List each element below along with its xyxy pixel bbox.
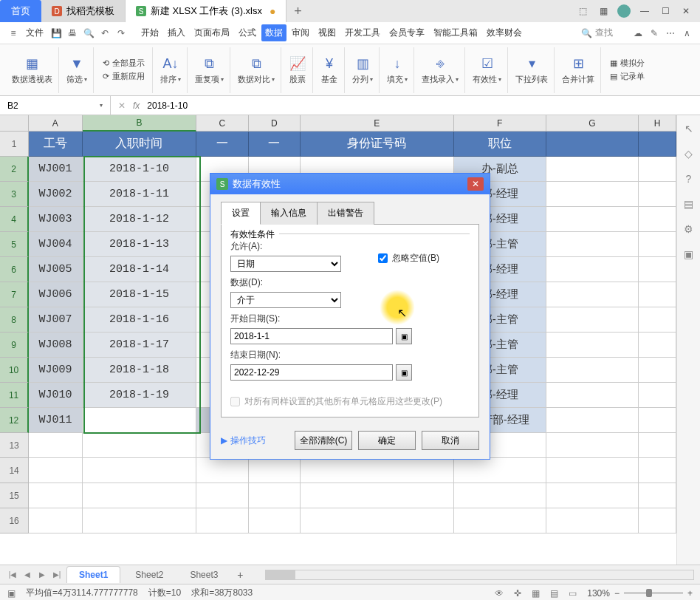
cell[interactable] bbox=[639, 182, 676, 207]
cell[interactable] bbox=[546, 132, 639, 157]
redo-icon[interactable]: ↷ bbox=[114, 26, 128, 41]
menu-view[interactable]: 视图 bbox=[315, 24, 340, 41]
cell[interactable] bbox=[639, 333, 676, 358]
preview-icon[interactable]: 🔍 bbox=[81, 26, 96, 41]
row-header[interactable]: 6 bbox=[0, 257, 29, 282]
fx-icon[interactable]: fx bbox=[133, 100, 140, 111]
toolbox-icon[interactable]: ▤ bbox=[682, 197, 696, 211]
cell[interactable] bbox=[639, 132, 676, 157]
cell[interactable]: 2018-1-18 bbox=[83, 358, 197, 383]
status-mode-icon[interactable]: ▣ bbox=[7, 588, 16, 599]
print-icon[interactable]: 🖶 bbox=[65, 26, 80, 41]
cloud-icon[interactable]: ☁ bbox=[631, 26, 645, 41]
clear-all-button[interactable]: 全部清除(C) bbox=[295, 431, 352, 450]
cell[interactable] bbox=[546, 182, 639, 207]
ribbon-duplicates[interactable]: ⧉ 重复项▾ bbox=[189, 47, 230, 93]
ribbon-stock[interactable]: 📈 股票 bbox=[283, 47, 313, 93]
apply-all-checkbox[interactable]: 对所有同样设置的其他所有单元格应用这些更改(P) bbox=[230, 395, 470, 408]
hamburger-icon[interactable]: ≡ bbox=[6, 26, 21, 41]
menu-review[interactable]: 审阅 bbox=[288, 24, 313, 41]
save-icon[interactable]: 💾 bbox=[49, 26, 64, 41]
search-box[interactable]: 🔍 查找 bbox=[581, 27, 613, 39]
operation-tips-link[interactable]: ▶ 操作技巧 bbox=[221, 434, 266, 447]
help-icon[interactable]: ? bbox=[682, 171, 696, 186]
cell[interactable]: ⼀ bbox=[249, 132, 301, 157]
sheet-next-icon[interactable]: ▶ bbox=[35, 568, 49, 582]
apps-icon[interactable]: ▦ bbox=[597, 4, 610, 18]
ribbon-validity[interactable]: ☑ 有效性▾ bbox=[467, 47, 508, 93]
row-header[interactable]: 8 bbox=[0, 307, 29, 333]
cell[interactable] bbox=[196, 483, 248, 508]
cell[interactable] bbox=[83, 433, 197, 458]
cell[interactable] bbox=[639, 307, 676, 333]
cancel-button[interactable]: 取消 bbox=[422, 431, 479, 450]
cell[interactable]: 2018-1-11 bbox=[83, 182, 197, 207]
menu-data[interactable]: 数据 bbox=[261, 24, 286, 41]
cell[interactable]: WJ003 bbox=[29, 207, 82, 232]
col-header-C[interactable]: C bbox=[196, 115, 248, 132]
layout-icon[interactable]: ⬚ bbox=[576, 4, 589, 18]
cell[interactable]: WJ004 bbox=[29, 232, 82, 257]
cell[interactable] bbox=[454, 458, 546, 483]
name-box[interactable]: B2 ▾ bbox=[0, 96, 111, 115]
cell[interactable] bbox=[546, 483, 639, 508]
cell[interactable]: WJ008 bbox=[29, 333, 82, 358]
menu-pagelayout[interactable]: 页面布局 bbox=[191, 24, 233, 41]
share-icon[interactable]: ✎ bbox=[647, 26, 662, 41]
cell[interactable]: 2018-1-12 bbox=[83, 207, 197, 232]
allow-select[interactable]: 日期 bbox=[230, 256, 341, 272]
col-header-B[interactable]: B bbox=[83, 115, 197, 132]
cell[interactable] bbox=[639, 458, 676, 483]
sheet-tab-2[interactable]: Sheet2 bbox=[123, 567, 175, 583]
cell[interactable] bbox=[546, 307, 639, 333]
cell[interactable] bbox=[546, 358, 639, 383]
cell[interactable]: 入职时间 bbox=[83, 132, 197, 157]
row-header[interactable]: 5 bbox=[0, 232, 29, 257]
cell[interactable] bbox=[546, 232, 639, 257]
dialog-close-button[interactable]: ✕ bbox=[467, 177, 484, 191]
record-sheet-button[interactable]: ▤记录单 bbox=[608, 70, 646, 83]
cell[interactable] bbox=[639, 232, 676, 257]
cell[interactable]: ⼀ bbox=[196, 132, 248, 157]
ignore-blank-input[interactable] bbox=[378, 253, 388, 263]
col-header-F[interactable]: F bbox=[454, 115, 546, 132]
cell[interactable]: 职位 bbox=[454, 132, 546, 157]
new-tab-button[interactable]: + bbox=[286, 0, 309, 22]
cell[interactable] bbox=[29, 483, 82, 508]
cell[interactable]: 身份证号码 bbox=[301, 132, 453, 157]
ribbon-pivot[interactable]: ▦ 数据透视表 bbox=[6, 47, 59, 93]
user-avatar[interactable] bbox=[617, 4, 631, 18]
cell[interactable]: 2018-1-10 bbox=[83, 157, 197, 182]
cell[interactable] bbox=[639, 282, 676, 307]
cell[interactable] bbox=[546, 383, 639, 408]
cell[interactable] bbox=[639, 483, 676, 508]
cell[interactable]: 2018-1-13 bbox=[83, 232, 197, 257]
cell[interactable] bbox=[639, 433, 676, 458]
menu-formula[interactable]: 公式 bbox=[235, 24, 260, 41]
dialog-titlebar[interactable]: S 数据有效性 ✕ bbox=[210, 174, 490, 194]
cell[interactable] bbox=[639, 257, 676, 282]
cancel-edit-icon[interactable]: ✕ bbox=[118, 100, 126, 111]
cell[interactable] bbox=[546, 433, 639, 458]
sheet-tab-3[interactable]: Sheet3 bbox=[178, 567, 230, 583]
ignore-blank-checkbox[interactable]: 忽略空值(B) bbox=[378, 252, 439, 265]
row-header[interactable]: 14 bbox=[0, 458, 29, 483]
cell[interactable] bbox=[29, 508, 82, 533]
minimize-button[interactable]: — bbox=[638, 4, 651, 18]
start-date-input[interactable] bbox=[230, 328, 393, 344]
ribbon-findrec[interactable]: ⎆ 查找录入▾ bbox=[416, 47, 465, 93]
cell[interactable] bbox=[546, 508, 639, 533]
row-header[interactable]: 7 bbox=[0, 282, 29, 307]
cell[interactable]: WJ011 bbox=[29, 408, 82, 433]
cell[interactable] bbox=[639, 508, 676, 533]
end-date-input[interactable] bbox=[230, 364, 393, 381]
cell[interactable] bbox=[249, 458, 301, 483]
more-icon[interactable]: ⋯ bbox=[663, 26, 678, 41]
cell[interactable]: 工号 bbox=[29, 132, 82, 157]
cell[interactable] bbox=[83, 508, 197, 533]
maximize-button[interactable]: ☐ bbox=[659, 4, 672, 18]
undo-icon[interactable]: ↶ bbox=[97, 26, 112, 41]
ok-button[interactable]: 确定 bbox=[358, 431, 416, 450]
cell[interactable] bbox=[83, 483, 197, 508]
row-header[interactable]: 4 bbox=[0, 207, 29, 232]
